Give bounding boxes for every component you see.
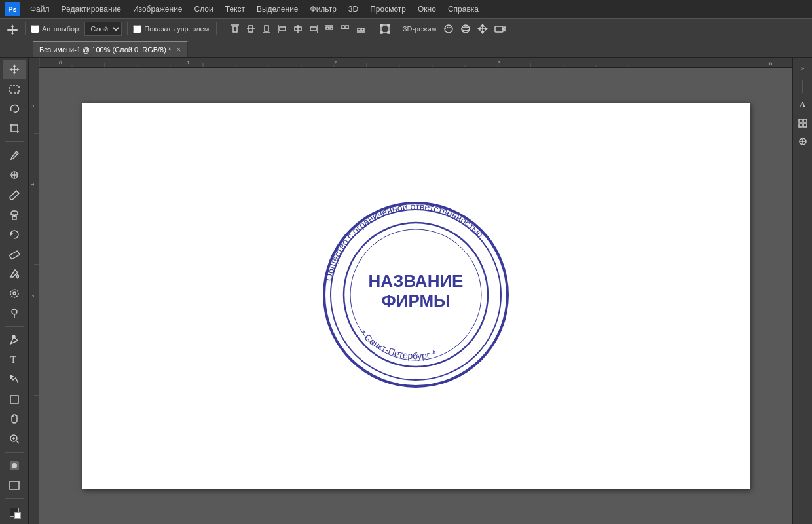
- svg-text:3: 3: [498, 60, 501, 66]
- camera-3d-icon[interactable]: [493, 22, 506, 35]
- svg-rect-18: [346, 26, 348, 28]
- tool-eyedropper[interactable]: [3, 146, 26, 164]
- tool-screenmode[interactable]: [3, 476, 26, 495]
- character-panel-btn[interactable]: A: [795, 97, 811, 113]
- canvas-area: 0 1 2 3: [29, 58, 792, 524]
- menu-view[interactable]: Просмотр: [365, 3, 411, 16]
- tool-blur[interactable]: [3, 284, 26, 303]
- ruler-horizontal: 0 1 2 3: [39, 58, 792, 68]
- mode-3d-label: 3D-режим:: [403, 25, 438, 33]
- pan-3d-icon[interactable]: [476, 22, 489, 35]
- tool-healing[interactable]: [3, 166, 26, 184]
- tool-zoom[interactable]: [3, 430, 26, 448]
- tool-text[interactable]: T: [3, 350, 26, 369]
- distribute-bottom-icon[interactable]: [354, 22, 367, 35]
- svg-marker-34: [478, 28, 480, 30]
- svg-point-53: [12, 309, 17, 314]
- orbit-3d-icon[interactable]: [459, 22, 472, 35]
- tool-eraser[interactable]: [3, 245, 26, 263]
- distribute-top-icon[interactable]: [323, 22, 336, 35]
- tool-dodge[interactable]: [3, 304, 26, 322]
- align-hcenter-icon[interactable]: [291, 22, 304, 35]
- distribute-vcenter-icon[interactable]: [339, 22, 352, 35]
- menu-selection[interactable]: Выделение: [251, 3, 304, 16]
- svg-rect-12: [310, 27, 316, 31]
- ruler-vertical: 0 1 2: [29, 68, 39, 524]
- svg-point-52: [13, 292, 16, 295]
- svg-text:2: 2: [29, 294, 35, 297]
- menu-layers[interactable]: Слои: [189, 3, 219, 16]
- align-right-icon[interactable]: [307, 22, 320, 35]
- main-area: T: [0, 58, 812, 524]
- transform-controls-icon[interactable]: [378, 22, 392, 35]
- panel-btn-2[interactable]: [795, 115, 811, 131]
- svg-rect-21: [361, 28, 364, 31]
- align-top-icon[interactable]: [229, 22, 242, 35]
- document-tab[interactable]: Без имени-1 @ 100% (Слой 0, RGB/8) * ×: [33, 41, 188, 57]
- canvas-white-area: Общество с ограниченной ответственностью…: [39, 68, 792, 524]
- svg-text:0: 0: [29, 104, 35, 107]
- tab-close-button[interactable]: ×: [176, 45, 181, 54]
- svg-rect-26: [388, 31, 390, 33]
- svg-rect-48: [12, 216, 16, 219]
- svg-rect-104: [803, 119, 807, 122]
- svg-marker-37: [503, 27, 505, 31]
- autoselect-checkbox[interactable]: Автовыбор:: [31, 25, 81, 33]
- svg-rect-105: [799, 124, 802, 127]
- rotate-3d-icon[interactable]: [442, 22, 455, 35]
- tool-lasso[interactable]: [3, 100, 26, 118]
- tool-selection[interactable]: [3, 80, 26, 98]
- show-transform-checkbox[interactable]: Показать упр. элем.: [133, 25, 211, 33]
- tool-move[interactable]: [3, 60, 26, 79]
- move-tool-icon[interactable]: [5, 22, 20, 36]
- menu-image[interactable]: Изображение: [128, 3, 188, 16]
- svg-point-51: [10, 290, 18, 297]
- toolbar-divider-2: [127, 22, 128, 35]
- align-vcenter-icon[interactable]: [244, 22, 257, 35]
- svg-rect-103: [799, 119, 802, 122]
- align-left-icon[interactable]: [276, 22, 289, 35]
- tool-path-select[interactable]: [3, 370, 26, 388]
- svg-rect-6: [265, 26, 268, 31]
- ruler-corner: [29, 58, 39, 68]
- tool-fill[interactable]: [3, 265, 26, 283]
- svg-rect-36: [495, 26, 503, 32]
- menu-help[interactable]: Справка: [443, 3, 484, 16]
- panel-btn-3[interactable]: [795, 134, 811, 149]
- tool-history[interactable]: [3, 225, 26, 244]
- panel-collapse-icon[interactable]: »: [768, 59, 773, 68]
- svg-rect-20: [358, 28, 360, 31]
- tool-quickmask[interactable]: [3, 457, 26, 475]
- tool-hand[interactable]: [3, 410, 26, 428]
- tool-shape[interactable]: [3, 390, 26, 409]
- svg-point-55: [12, 335, 15, 338]
- tool-stamp[interactable]: [3, 206, 26, 224]
- tool-foreground-color[interactable]: [3, 503, 26, 521]
- options-toolbar: Автовыбор: Слой Показать упр. элем.: [0, 18, 812, 39]
- menu-edit[interactable]: Редактирование: [56, 3, 126, 16]
- tool-divider-1: [5, 141, 24, 142]
- toolbar-divider-5: [397, 22, 397, 35]
- tool-crop[interactable]: [3, 119, 26, 138]
- menu-file[interactable]: Файл: [25, 3, 55, 16]
- stamp-container: Общество с ограниченной ответственностью…: [318, 196, 514, 396]
- menu-filter[interactable]: Фильтр: [305, 3, 342, 16]
- svg-marker-0: [7, 24, 18, 35]
- svg-text:НАЗВАНИЕ: НАЗВАНИЕ: [369, 271, 464, 291]
- svg-text:1: 1: [187, 60, 190, 66]
- menu-text[interactable]: Текст: [220, 3, 250, 16]
- menu-3d[interactable]: 3D: [343, 3, 363, 16]
- svg-text:0: 0: [59, 60, 62, 66]
- ps-logo: Ps: [5, 2, 20, 16]
- svg-rect-38: [10, 86, 19, 93]
- tool-brush[interactable]: [3, 186, 26, 204]
- panel-toggle-btn[interactable]: »: [795, 60, 811, 76]
- menu-window[interactable]: Окно: [413, 3, 441, 16]
- layer-select[interactable]: Слой: [84, 22, 122, 36]
- right-panel: » A: [792, 58, 812, 524]
- align-bottom-icon[interactable]: [260, 22, 273, 35]
- svg-text:1: 1: [29, 183, 35, 186]
- tool-pen[interactable]: [3, 331, 26, 349]
- transform-icons: [229, 22, 367, 35]
- document-canvas[interactable]: Общество с ограниченной ответственностью…: [82, 103, 750, 489]
